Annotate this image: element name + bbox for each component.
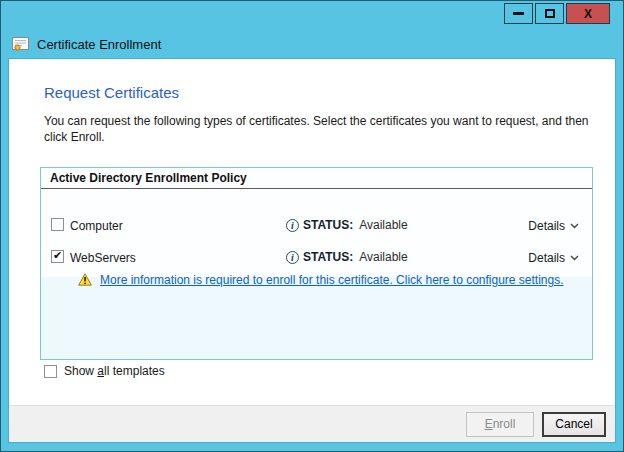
details-label: Details <box>528 219 565 233</box>
chevron-down-icon <box>570 223 579 229</box>
minimize-button[interactable] <box>504 3 533 24</box>
certificate-enrollment-window: X Certificate Enrollment Request Certifi… <box>0 0 624 452</box>
status-value: Available <box>359 250 407 264</box>
show-all-templates-control[interactable]: Show all templates <box>44 364 165 378</box>
status-group: i STATUS: Available <box>286 250 408 264</box>
template-name-computer: Computer <box>70 219 123 233</box>
titlebar: Certificate Enrollment <box>12 37 161 52</box>
info-icon: i <box>286 219 299 232</box>
template-row-webservers: ✔ WebServers i STATUS: Available Details <box>41 247 592 267</box>
details-dropdown-webservers[interactable]: Details <box>528 251 579 265</box>
cancel-button[interactable]: Cancel <box>542 412 606 437</box>
page-description: You can request the following types of c… <box>44 113 596 145</box>
policy-panel-body: Computer i STATUS: Available Details <box>41 189 592 359</box>
policy-panel-header: Active Directory Enrollment Policy <box>41 168 592 189</box>
warning-icon <box>78 272 92 285</box>
details-dropdown-computer[interactable]: Details <box>528 219 579 233</box>
dialog-footer: Enroll Cancel <box>9 405 615 442</box>
enrollment-policy-panel: Active Directory Enrollment Policy Compu… <box>40 167 593 360</box>
webservers-warning-row: More information is required to enroll f… <box>41 269 592 289</box>
close-button[interactable]: X <box>566 3 610 24</box>
maximize-icon <box>545 9 555 18</box>
close-icon: X <box>584 8 592 20</box>
chevron-down-icon <box>570 255 579 261</box>
checkmark-icon: ✔ <box>53 250 62 261</box>
window-controls: X <box>504 3 610 24</box>
status-label: STATUS: <box>303 250 353 264</box>
minimize-icon <box>513 12 524 15</box>
template-row-computer: Computer i STATUS: Available Details <box>41 215 592 235</box>
dialog-content: Request Certificates You can request the… <box>8 58 616 443</box>
window-title: Certificate Enrollment <box>37 37 161 52</box>
computer-checkbox[interactable] <box>51 218 64 231</box>
status-group: i STATUS: Available <box>286 218 408 232</box>
template-name-webservers: WebServers <box>70 251 136 265</box>
webservers-checkbox[interactable]: ✔ <box>51 250 64 263</box>
show-all-templates-label: Show all templates <box>64 364 165 378</box>
info-icon: i <box>286 251 299 264</box>
show-all-templates-checkbox[interactable] <box>44 365 57 378</box>
status-label: STATUS: <box>303 218 353 232</box>
details-label: Details <box>528 251 565 265</box>
configure-settings-link[interactable]: More information is required to enroll f… <box>100 273 564 287</box>
status-value: Available <box>359 218 407 232</box>
enroll-button[interactable]: Enroll <box>466 412 534 437</box>
certificate-icon <box>12 37 29 52</box>
page-title: Request Certificates <box>44 84 179 101</box>
maximize-button[interactable] <box>535 3 564 24</box>
